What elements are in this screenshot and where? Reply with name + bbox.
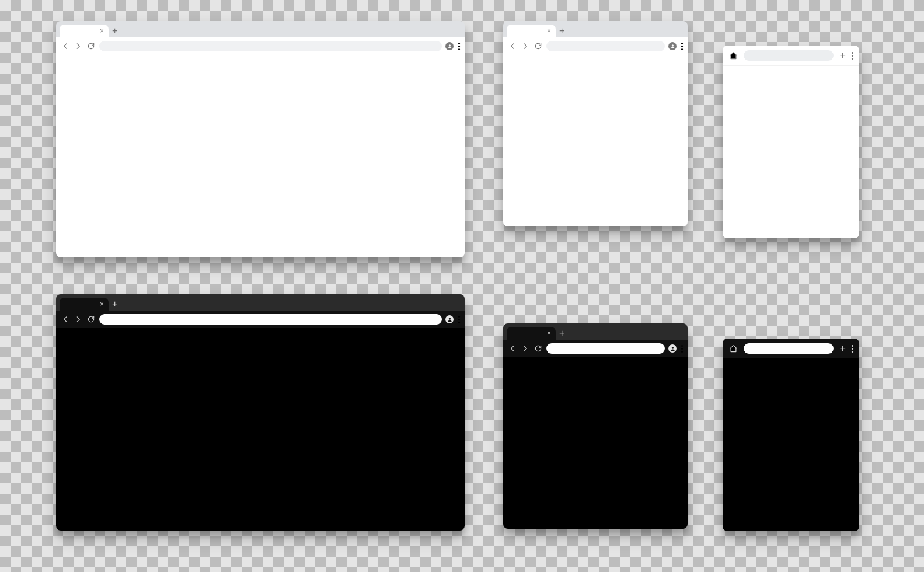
page-content	[503, 357, 688, 529]
forward-button[interactable]	[74, 315, 83, 324]
forward-button[interactable]	[521, 344, 530, 353]
address-bar[interactable]	[99, 314, 442, 325]
menu-button[interactable]	[458, 316, 460, 323]
profile-button[interactable]	[668, 42, 677, 50]
address-bar[interactable]	[546, 343, 665, 354]
tab-strip: ×+	[56, 21, 465, 37]
mobile-toolbar: +	[723, 46, 859, 66]
mobile-toolbar: +	[723, 339, 859, 358]
browser-window-sm-dark: +	[723, 339, 859, 531]
toolbar	[56, 311, 465, 328]
menu-button[interactable]	[852, 52, 853, 60]
menu-button[interactable]	[681, 345, 683, 353]
home-button[interactable]	[728, 344, 738, 353]
menu-button[interactable]	[852, 345, 853, 353]
menu-button[interactable]	[681, 43, 683, 50]
new-tab-button[interactable]: +	[839, 343, 846, 354]
profile-button[interactable]	[445, 315, 454, 323]
new-tab-button[interactable]: +	[559, 26, 564, 37]
browser-tab[interactable]: ×	[507, 327, 556, 340]
address-bar[interactable]	[744, 50, 834, 61]
page-content	[723, 358, 859, 531]
forward-button[interactable]	[74, 41, 83, 51]
nav-controls	[61, 41, 96, 51]
back-button[interactable]	[61, 315, 70, 324]
nav-controls	[61, 315, 96, 324]
new-tab-button[interactable]: +	[559, 329, 564, 340]
browser-window-md-light: ×+	[503, 21, 688, 226]
reload-button[interactable]	[86, 315, 96, 324]
back-button[interactable]	[508, 41, 517, 51]
nav-controls	[508, 41, 543, 51]
back-button[interactable]	[61, 41, 70, 51]
reload-button[interactable]	[534, 41, 543, 51]
address-bar[interactable]	[99, 41, 442, 51]
close-tab-icon[interactable]: ×	[547, 330, 551, 337]
browser-window-lg-light: ×+	[56, 21, 465, 257]
menu-button[interactable]	[458, 43, 460, 50]
page-content	[56, 55, 465, 257]
browser-tab[interactable]: ×	[60, 25, 109, 37]
browser-window-md-dark: ×+	[503, 323, 688, 529]
profile-button[interactable]	[668, 344, 677, 353]
new-tab-button[interactable]: +	[839, 50, 846, 61]
new-tab-button[interactable]: +	[112, 26, 117, 37]
browser-tab[interactable]: ×	[507, 25, 556, 37]
toolbar	[56, 37, 465, 55]
toolbar	[503, 340, 688, 357]
forward-button[interactable]	[521, 41, 530, 51]
reload-button[interactable]	[534, 344, 543, 353]
address-bar[interactable]	[744, 343, 834, 354]
page-content	[56, 328, 465, 531]
toolbar-right	[445, 42, 460, 50]
reload-button[interactable]	[86, 41, 96, 51]
browser-window-sm-light: +	[723, 46, 859, 238]
toolbar-right	[668, 344, 683, 353]
close-tab-icon[interactable]: ×	[100, 27, 104, 34]
tab-strip: ×+	[56, 294, 465, 311]
address-bar[interactable]	[546, 41, 665, 51]
toolbar-right	[668, 42, 683, 50]
profile-button[interactable]	[445, 42, 454, 50]
toolbar-right	[445, 315, 460, 323]
tab-strip: ×+	[503, 323, 688, 340]
home-button[interactable]	[728, 51, 738, 60]
page-content	[723, 66, 859, 238]
browser-tab[interactable]: ×	[60, 298, 109, 311]
close-tab-icon[interactable]: ×	[547, 27, 551, 34]
new-tab-button[interactable]: +	[112, 299, 117, 311]
back-button[interactable]	[508, 344, 517, 353]
close-tab-icon[interactable]: ×	[100, 301, 104, 308]
tab-strip: ×+	[503, 21, 688, 37]
page-content	[503, 55, 688, 226]
toolbar	[503, 37, 688, 55]
browser-window-lg-dark: ×+	[56, 294, 465, 531]
nav-controls	[508, 344, 543, 353]
